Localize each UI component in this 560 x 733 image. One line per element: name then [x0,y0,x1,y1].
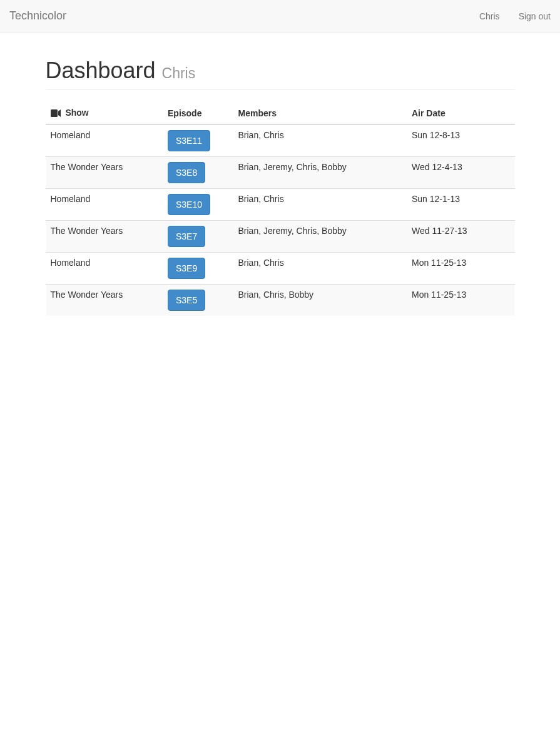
header-members: Members [233,103,407,124]
episode-button[interactable]: S3E8 [168,162,205,183]
cell-show: The Wonder Years [46,221,163,253]
cell-members: Brian, Jeremy, Chris, Bobby [233,221,407,253]
cell-members: Brian, Chris, Bobby [233,285,407,316]
page-subtitle: Chris [162,65,196,81]
header-episode: Episode [163,103,233,124]
header-show: Show [46,103,163,124]
episode-button[interactable]: S3E11 [168,130,210,151]
cell-show: Homeland [46,253,163,285]
table-row: Homeland S3E10 Brian, Chris Sun 12-1-13 [46,189,515,221]
cell-episode: S3E10 [163,189,233,221]
cell-members: Brian, Chris [233,189,407,221]
navbar: Technicolor Chris Sign out [0,0,560,33]
cell-show: Homeland [46,124,163,157]
brand-link[interactable]: Technicolor [9,0,66,32]
episode-button[interactable]: S3E9 [168,258,205,279]
svg-rect-0 [51,109,58,117]
signout-link[interactable]: Sign out [519,11,551,21]
cell-air-date: Wed 11-27-13 [407,221,515,253]
episode-button[interactable]: S3E5 [168,290,205,311]
table-row: The Wonder Years S3E7 Brian, Jeremy, Chr… [46,221,515,253]
episode-button[interactable]: S3E7 [168,226,205,247]
table-body: Homeland S3E11 Brian, Chris Sun 12-8-13 … [46,124,515,316]
table-header-row: Show Episode Members Air Date [46,103,515,124]
cell-air-date: Mon 11-25-13 [407,285,515,316]
table-row: The Wonder Years S3E8 Brian, Jeremy, Chr… [46,157,515,189]
cell-episode: S3E7 [163,221,233,253]
episode-button[interactable]: S3E10 [168,194,210,215]
cell-episode: S3E9 [163,253,233,285]
cell-show: The Wonder Years [46,285,163,316]
user-link[interactable]: Chris [479,11,500,21]
cell-air-date: Sun 12-8-13 [407,124,515,157]
table-row: The Wonder Years S3E5 Brian, Chris, Bobb… [46,285,515,316]
table-row: Homeland S3E9 Brian, Chris Mon 11-25-13 [46,253,515,285]
cell-members: Brian, Chris [233,124,407,157]
cell-members: Brian, Jeremy, Chris, Bobby [233,157,407,189]
cell-air-date: Sun 12-1-13 [407,189,515,221]
video-camera-icon [51,109,61,119]
header-air-date: Air Date [407,103,515,124]
cell-show: Homeland [46,189,163,221]
page-header: Dashboard Chris [46,58,515,90]
page-title: Dashboard [46,58,156,83]
cell-members: Brian, Chris [233,253,407,285]
main-container: Dashboard Chris Show Episode Members Air… [36,58,524,316]
cell-episode: S3E5 [163,285,233,316]
cell-episode: S3E8 [163,157,233,189]
navbar-right: Chris Sign out [479,11,551,21]
header-show-label: Show [65,108,88,118]
cell-air-date: Wed 12-4-13 [407,157,515,189]
cell-air-date: Mon 11-25-13 [407,253,515,285]
cell-episode: S3E11 [163,124,233,157]
cell-show: The Wonder Years [46,157,163,189]
table-row: Homeland S3E11 Brian, Chris Sun 12-8-13 [46,124,515,157]
shows-table: Show Episode Members Air Date Homeland S… [46,103,515,316]
